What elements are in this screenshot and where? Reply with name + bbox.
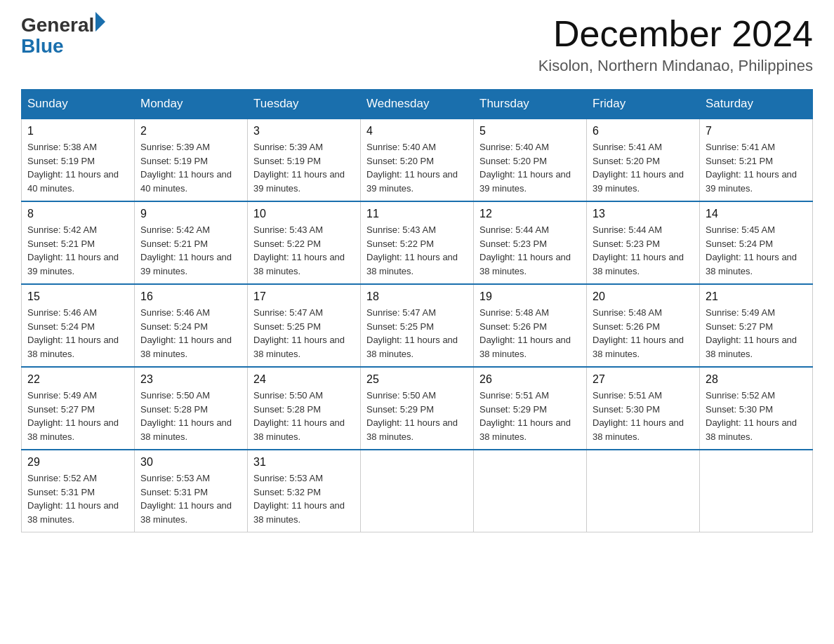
calendar-day-cell: 16Sunrise: 5:46 AMSunset: 5:24 PMDayligh… (135, 284, 248, 367)
calendar-day-cell: 12Sunrise: 5:44 AMSunset: 5:23 PMDayligh… (474, 201, 587, 284)
day-number: 4 (366, 125, 468, 137)
day-info: Sunrise: 5:42 AMSunset: 5:21 PMDaylight:… (27, 223, 128, 278)
calendar-day-cell: 24Sunrise: 5:50 AMSunset: 5:28 PMDayligh… (248, 367, 361, 450)
day-number: 11 (366, 208, 468, 220)
day-number: 17 (253, 290, 355, 303)
day-info: Sunrise: 5:51 AMSunset: 5:30 PMDaylight:… (593, 389, 694, 443)
calendar-day-cell (474, 450, 587, 532)
day-info: Sunrise: 5:39 AMSunset: 5:19 PMDaylight:… (253, 140, 355, 195)
calendar-day-header: Tuesday (248, 90, 361, 119)
calendar-day-cell: 5Sunrise: 5:40 AMSunset: 5:20 PMDaylight… (474, 119, 587, 201)
day-number: 5 (479, 125, 581, 137)
day-number: 19 (479, 290, 581, 303)
calendar-day-cell: 20Sunrise: 5:48 AMSunset: 5:26 PMDayligh… (587, 284, 700, 367)
day-info: Sunrise: 5:43 AMSunset: 5:22 PMDaylight:… (253, 223, 355, 278)
day-info: Sunrise: 5:46 AMSunset: 5:24 PMDaylight:… (140, 306, 241, 361)
calendar-day-cell: 4Sunrise: 5:40 AMSunset: 5:20 PMDaylight… (361, 119, 474, 201)
day-info: Sunrise: 5:50 AMSunset: 5:29 PMDaylight:… (366, 389, 468, 443)
day-info: Sunrise: 5:41 AMSunset: 5:21 PMDaylight:… (706, 140, 807, 195)
calendar-day-cell: 8Sunrise: 5:42 AMSunset: 5:21 PMDaylight… (22, 201, 135, 284)
calendar-day-cell: 22Sunrise: 5:49 AMSunset: 5:27 PMDayligh… (22, 367, 135, 450)
day-number: 20 (593, 290, 694, 303)
day-info: Sunrise: 5:47 AMSunset: 5:25 PMDaylight:… (366, 306, 468, 361)
day-info: Sunrise: 5:52 AMSunset: 5:31 PMDaylight:… (27, 471, 128, 526)
logo: General Blue (21, 14, 105, 56)
month-title: December 2024 (538, 14, 813, 54)
calendar-week-row: 1Sunrise: 5:38 AMSunset: 5:19 PMDaylight… (22, 119, 813, 201)
day-info: Sunrise: 5:40 AMSunset: 5:20 PMDaylight:… (479, 140, 581, 195)
day-number: 29 (27, 456, 128, 469)
calendar-day-cell: 11Sunrise: 5:43 AMSunset: 5:22 PMDayligh… (361, 201, 474, 284)
day-info: Sunrise: 5:44 AMSunset: 5:23 PMDaylight:… (593, 223, 694, 278)
day-info: Sunrise: 5:51 AMSunset: 5:29 PMDaylight:… (479, 389, 581, 443)
day-info: Sunrise: 5:41 AMSunset: 5:20 PMDaylight:… (593, 140, 694, 195)
calendar-day-cell: 17Sunrise: 5:47 AMSunset: 5:25 PMDayligh… (248, 284, 361, 367)
day-number: 26 (479, 373, 581, 386)
day-number: 14 (706, 208, 807, 220)
calendar-day-cell: 7Sunrise: 5:41 AMSunset: 5:21 PMDaylight… (700, 119, 813, 201)
day-number: 28 (706, 373, 807, 386)
day-info: Sunrise: 5:53 AMSunset: 5:31 PMDaylight:… (140, 471, 241, 526)
day-number: 10 (253, 208, 355, 220)
day-info: Sunrise: 5:52 AMSunset: 5:30 PMDaylight:… (706, 389, 807, 443)
day-info: Sunrise: 5:53 AMSunset: 5:32 PMDaylight:… (253, 471, 355, 526)
title-section: December 2024 Kisolon, Northern Mindanao… (538, 14, 813, 75)
calendar-day-cell: 1Sunrise: 5:38 AMSunset: 5:19 PMDaylight… (22, 119, 135, 201)
day-number: 18 (366, 290, 468, 303)
calendar-day-cell: 27Sunrise: 5:51 AMSunset: 5:30 PMDayligh… (587, 367, 700, 450)
day-info: Sunrise: 5:42 AMSunset: 5:21 PMDaylight:… (140, 223, 241, 278)
calendar-day-cell: 9Sunrise: 5:42 AMSunset: 5:21 PMDaylight… (135, 201, 248, 284)
day-number: 23 (140, 373, 241, 386)
calendar-day-header: Thursday (474, 90, 587, 119)
day-number: 6 (593, 125, 694, 137)
day-info: Sunrise: 5:49 AMSunset: 5:27 PMDaylight:… (706, 306, 807, 361)
calendar-day-cell (361, 450, 474, 532)
calendar-day-cell: 6Sunrise: 5:41 AMSunset: 5:20 PMDaylight… (587, 119, 700, 201)
calendar-day-cell: 14Sunrise: 5:45 AMSunset: 5:24 PMDayligh… (700, 201, 813, 284)
calendar-day-cell: 26Sunrise: 5:51 AMSunset: 5:29 PMDayligh… (474, 367, 587, 450)
day-number: 3 (253, 125, 355, 137)
logo-blue-text: Blue (21, 36, 105, 56)
day-info: Sunrise: 5:43 AMSunset: 5:22 PMDaylight:… (366, 223, 468, 278)
calendar-table: SundayMondayTuesdayWednesdayThursdayFrid… (21, 89, 813, 532)
day-number: 2 (140, 125, 241, 137)
day-info: Sunrise: 5:48 AMSunset: 5:26 PMDaylight:… (593, 306, 694, 361)
calendar-day-cell (587, 450, 700, 532)
day-number: 7 (706, 125, 807, 137)
day-info: Sunrise: 5:47 AMSunset: 5:25 PMDaylight:… (253, 306, 355, 361)
calendar-day-cell: 18Sunrise: 5:47 AMSunset: 5:25 PMDayligh… (361, 284, 474, 367)
calendar-day-header: Monday (135, 90, 248, 119)
day-info: Sunrise: 5:44 AMSunset: 5:23 PMDaylight:… (479, 223, 581, 278)
page-header: General Blue December 2024 Kisolon, Nort… (21, 14, 813, 75)
calendar-day-cell: 21Sunrise: 5:49 AMSunset: 5:27 PMDayligh… (700, 284, 813, 367)
logo-general-text: General (21, 14, 94, 36)
day-number: 12 (479, 208, 581, 220)
day-info: Sunrise: 5:38 AMSunset: 5:19 PMDaylight:… (27, 140, 128, 195)
calendar-week-row: 8Sunrise: 5:42 AMSunset: 5:21 PMDaylight… (22, 201, 813, 284)
calendar-day-header: Saturday (700, 90, 813, 119)
calendar-day-cell: 2Sunrise: 5:39 AMSunset: 5:19 PMDaylight… (135, 119, 248, 201)
calendar-day-header: Friday (587, 90, 700, 119)
calendar-week-row: 29Sunrise: 5:52 AMSunset: 5:31 PMDayligh… (22, 450, 813, 532)
day-number: 9 (140, 208, 241, 220)
day-info: Sunrise: 5:50 AMSunset: 5:28 PMDaylight:… (253, 389, 355, 443)
calendar-day-header: Wednesday (361, 90, 474, 119)
day-number: 15 (27, 290, 128, 303)
day-info: Sunrise: 5:48 AMSunset: 5:26 PMDaylight:… (479, 306, 581, 361)
calendar-day-cell: 15Sunrise: 5:46 AMSunset: 5:24 PMDayligh… (22, 284, 135, 367)
calendar-day-cell: 19Sunrise: 5:48 AMSunset: 5:26 PMDayligh… (474, 284, 587, 367)
calendar-day-cell: 10Sunrise: 5:43 AMSunset: 5:22 PMDayligh… (248, 201, 361, 284)
calendar-day-cell: 25Sunrise: 5:50 AMSunset: 5:29 PMDayligh… (361, 367, 474, 450)
calendar-day-cell: 28Sunrise: 5:52 AMSunset: 5:30 PMDayligh… (700, 367, 813, 450)
day-number: 16 (140, 290, 241, 303)
day-info: Sunrise: 5:46 AMSunset: 5:24 PMDaylight:… (27, 306, 128, 361)
calendar-day-cell: 13Sunrise: 5:44 AMSunset: 5:23 PMDayligh… (587, 201, 700, 284)
day-number: 22 (27, 373, 128, 386)
calendar-week-row: 22Sunrise: 5:49 AMSunset: 5:27 PMDayligh… (22, 367, 813, 450)
calendar-day-cell: 30Sunrise: 5:53 AMSunset: 5:31 PMDayligh… (135, 450, 248, 532)
day-info: Sunrise: 5:49 AMSunset: 5:27 PMDaylight:… (27, 389, 128, 443)
day-number: 21 (706, 290, 807, 303)
calendar-body: 1Sunrise: 5:38 AMSunset: 5:19 PMDaylight… (22, 119, 813, 532)
day-number: 1 (27, 125, 128, 137)
day-info: Sunrise: 5:45 AMSunset: 5:24 PMDaylight:… (706, 223, 807, 278)
